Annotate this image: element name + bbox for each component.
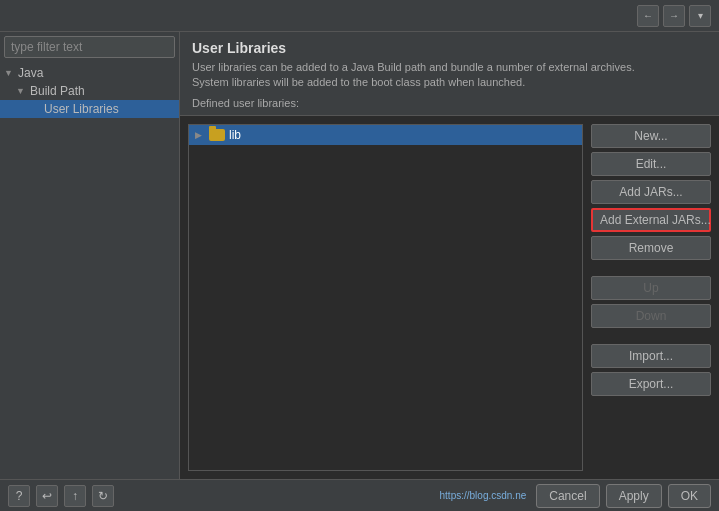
import-button[interactable]: Import...: [591, 344, 711, 368]
apply-button[interactable]: Apply: [606, 484, 662, 508]
help-icon: ?: [16, 489, 23, 503]
top-bar: ← → ▾: [0, 0, 719, 32]
panel-description-2: System libraries will be added to the bo…: [192, 75, 707, 90]
panel-body: ▶ lib New... Edit... Add JARs... Add Ext…: [180, 116, 719, 479]
panel-header: User Libraries User libraries can be add…: [180, 32, 719, 116]
library-list[interactable]: ▶ lib: [188, 124, 583, 471]
forward-button[interactable]: →: [663, 5, 685, 27]
tree-area: ▼ Java ▼ Build Path User Libraries: [0, 62, 179, 479]
revert-button[interactable]: ↻: [92, 485, 114, 507]
ok-button[interactable]: OK: [668, 484, 711, 508]
add-external-jars-button[interactable]: Add External JARs...: [591, 208, 711, 232]
menu-button[interactable]: ▾: [689, 5, 711, 27]
sidebar-item-userlibraries[interactable]: User Libraries: [0, 100, 179, 118]
apply-icon-button[interactable]: ↑: [64, 485, 86, 507]
remove-button[interactable]: Remove: [591, 236, 711, 260]
sidebar: ▼ Java ▼ Build Path User Libraries: [0, 32, 180, 479]
down-button[interactable]: Down: [591, 304, 711, 328]
tree-arrow-buildpath: ▼: [16, 86, 30, 96]
edit-button[interactable]: Edit...: [591, 152, 711, 176]
bottom-bar: ? ↩ ↑ ↻ https://blog.csdn.ne Cancel Appl…: [0, 479, 719, 511]
filter-input[interactable]: [4, 36, 175, 58]
bottom-right-controls: https://blog.csdn.ne Cancel Apply OK: [440, 484, 711, 508]
sidebar-item-buildpath-label: Build Path: [30, 84, 175, 98]
panel-title: User Libraries: [192, 40, 707, 56]
main-content: ▼ Java ▼ Build Path User Libraries User …: [0, 32, 719, 479]
panel-sub-label: Defined user libraries:: [192, 97, 707, 109]
panel-description-1: User libraries can be added to a Java Bu…: [192, 60, 707, 75]
tree-arrow-userlibraries: [30, 104, 44, 114]
tree-arrow-java: ▼: [4, 68, 18, 78]
lib-item-label: lib: [229, 128, 241, 142]
back-button[interactable]: ←: [637, 5, 659, 27]
buttons-column: New... Edit... Add JARs... Add External …: [591, 124, 711, 471]
new-button[interactable]: New...: [591, 124, 711, 148]
restore-defaults-button[interactable]: ↩: [36, 485, 58, 507]
add-jars-button[interactable]: Add JARs...: [591, 180, 711, 204]
cancel-button[interactable]: Cancel: [536, 484, 599, 508]
lib-folder-icon: [209, 128, 225, 142]
apply-small-icon: ↑: [72, 489, 78, 503]
sidebar-item-java[interactable]: ▼ Java: [0, 64, 179, 82]
url-display: https://blog.csdn.ne: [440, 490, 527, 501]
up-button[interactable]: Up: [591, 276, 711, 300]
sidebar-item-buildpath[interactable]: ▼ Build Path: [0, 82, 179, 100]
sidebar-item-userlibraries-label: User Libraries: [44, 102, 175, 116]
bottom-left-controls: ? ↩ ↑ ↻: [8, 485, 114, 507]
sidebar-item-java-label: Java: [18, 66, 175, 80]
help-button[interactable]: ?: [8, 485, 30, 507]
revert-icon: ↻: [98, 489, 108, 503]
export-button[interactable]: Export...: [591, 372, 711, 396]
restore-icon: ↩: [42, 489, 52, 503]
right-panel: User Libraries User libraries can be add…: [180, 32, 719, 479]
lib-expand-arrow: ▶: [195, 130, 205, 140]
list-item-lib[interactable]: ▶ lib: [189, 125, 582, 145]
